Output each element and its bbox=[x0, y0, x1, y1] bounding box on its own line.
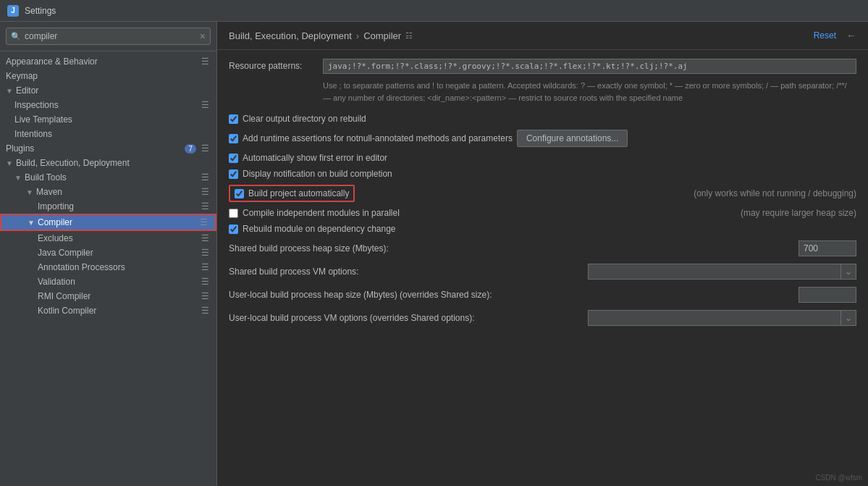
user-heap-label: User-local build process heap size (Mbyt… bbox=[229, 290, 793, 300]
compile-modules-checkbox[interactable] bbox=[229, 209, 238, 218]
breadcrumb-current: Compiler bbox=[363, 30, 401, 41]
sidebar-item-appearance[interactable]: Appearance & Behavior ☰ bbox=[0, 54, 216, 69]
sidebar-item-importing[interactable]: Importing ☰ bbox=[0, 199, 216, 214]
content-header: Build, Execution, Deployment › Compiler … bbox=[217, 22, 868, 50]
user-vm-clear-button[interactable]: ⌄ bbox=[841, 310, 856, 326]
shared-heap-input[interactable] bbox=[799, 240, 856, 256]
search-wrapper: 🔍 × bbox=[6, 28, 211, 45]
sidebar-item-live-templates[interactable]: Live Templates bbox=[0, 112, 216, 127]
sidebar-item-build-execution[interactable]: ▼ Build, Execution, Deployment bbox=[0, 156, 216, 170]
resource-patterns-input[interactable] bbox=[323, 59, 856, 74]
search-box: 🔍 × bbox=[0, 22, 216, 51]
rebuild-module-label: Rebuild module on dependency change bbox=[243, 224, 396, 234]
compiler-arrow: ▼ bbox=[28, 219, 35, 227]
sidebar-item-java-compiler[interactable]: Java Compiler ☰ bbox=[0, 246, 216, 260]
sidebar-item-plugins[interactable]: Plugins 7 ☰ bbox=[0, 141, 216, 156]
plugins-badge: 7 bbox=[185, 144, 196, 154]
sidebar-item-annotation-processors[interactable]: Annotation Processors ☰ bbox=[0, 260, 216, 275]
sidebar-tree: Appearance & Behavior ☰ Keymap ▼ Editor … bbox=[0, 51, 216, 486]
content-area: Build, Execution, Deployment › Compiler … bbox=[217, 22, 868, 486]
expand-icon-maven: ☰ bbox=[199, 187, 211, 197]
checkbox-display-notification: Display notification on build completion bbox=[229, 166, 856, 182]
checkbox-show-error: Automatically show first error in editor bbox=[229, 150, 856, 166]
build-exec-arrow: ▼ bbox=[6, 159, 13, 167]
breadcrumb-parent: Build, Execution, Deployment bbox=[229, 30, 352, 41]
expand-icon-validation: ☰ bbox=[199, 277, 211, 287]
title-bar-text: Settings bbox=[25, 6, 56, 16]
user-heap-row: User-local build process heap size (Mbyt… bbox=[229, 283, 856, 306]
build-automatically-checkbox[interactable] bbox=[235, 189, 244, 198]
build-automatically-label: Build project automatically bbox=[248, 188, 349, 198]
content-body: Resource patterns: Use ; to separate pat… bbox=[217, 50, 868, 486]
show-first-error-checkbox[interactable] bbox=[229, 154, 238, 163]
sidebar-item-keymap[interactable]: Keymap bbox=[0, 69, 216, 83]
expand-icon-rmi: ☰ bbox=[199, 291, 211, 301]
expand-icon-java-compiler: ☰ bbox=[199, 248, 211, 258]
sidebar-item-build-tools[interactable]: ▼ Build Tools ☰ bbox=[0, 170, 216, 185]
breadcrumb-icon: ☷ bbox=[405, 31, 413, 41]
shared-vm-row: Shared build process VM options: ⌄ bbox=[229, 260, 856, 283]
expand-icon-annotation: ☰ bbox=[199, 262, 211, 272]
sidebar: 🔍 × Appearance & Behavior ☰ Keymap ▼ Edi… bbox=[0, 22, 217, 486]
display-notification-checkbox[interactable] bbox=[229, 169, 238, 179]
expand-icon-plugins: ☰ bbox=[199, 143, 211, 154]
show-first-error-label: Automatically show first error in editor bbox=[243, 153, 387, 163]
resource-patterns-label: Resource patterns: bbox=[229, 59, 323, 71]
expand-icon-kotlin: ☰ bbox=[199, 306, 211, 316]
sidebar-item-inspections[interactable]: Inspections ☰ bbox=[0, 98, 216, 112]
sidebar-item-kotlin-compiler[interactable]: Kotlin Compiler ☰ bbox=[0, 303, 216, 318]
expand-icon-appearance: ☰ bbox=[199, 56, 211, 67]
resource-hint: Use ; to separate patterns and ! to nega… bbox=[323, 80, 856, 104]
editor-arrow: ▼ bbox=[6, 87, 13, 95]
breadcrumb-separator: › bbox=[356, 30, 359, 41]
maven-arrow: ▼ bbox=[26, 188, 33, 196]
build-tools-arrow: ▼ bbox=[14, 174, 22, 182]
expand-icon-excludes: ☰ bbox=[199, 233, 211, 243]
build-automatically-note: (only works while not running / debuggin… bbox=[694, 188, 856, 198]
sidebar-item-compiler[interactable]: ▼ Compiler ☰ bbox=[0, 214, 216, 231]
rebuild-module-checkbox[interactable] bbox=[229, 225, 238, 234]
compile-modules-note: (may require larger heap size) bbox=[741, 208, 856, 218]
configure-annotations-button[interactable]: Configure annotations... bbox=[517, 130, 628, 147]
checkbox-clear-output: Clear output directory on rebuild bbox=[229, 111, 856, 127]
user-vm-input[interactable] bbox=[588, 310, 841, 326]
build-automatically-highlight: Build project automatically bbox=[229, 185, 355, 202]
breadcrumb: Build, Execution, Deployment › Compiler … bbox=[229, 30, 809, 41]
clear-output-label: Clear output directory on rebuild bbox=[243, 114, 366, 124]
user-heap-input[interactable] bbox=[799, 287, 856, 303]
compile-modules-row: Compile independent modules in parallel … bbox=[229, 205, 856, 221]
reset-button[interactable]: Reset bbox=[809, 29, 840, 42]
compile-modules-label: Compile independent modules in parallel bbox=[243, 208, 400, 218]
sidebar-item-editor[interactable]: ▼ Editor bbox=[0, 83, 216, 98]
expand-icon-inspections: ☰ bbox=[199, 100, 211, 110]
shared-vm-input[interactable] bbox=[588, 264, 841, 280]
header-actions: Reset ← bbox=[809, 29, 856, 42]
search-icon: 🔍 bbox=[11, 32, 21, 41]
build-automatically-row: Build project automatically (only works … bbox=[229, 182, 856, 205]
user-vm-input-wrapper: ⌄ bbox=[588, 310, 856, 326]
shared-heap-row: Shared build process heap size (Mbytes): bbox=[229, 237, 856, 260]
watermark: CSDN @wfsm bbox=[815, 474, 862, 482]
checkbox-add-runtime: Add runtime assertions for notnull-annot… bbox=[229, 127, 856, 150]
clear-output-checkbox[interactable] bbox=[229, 114, 238, 124]
shared-heap-label: Shared build process heap size (Mbytes): bbox=[229, 243, 793, 254]
sidebar-item-intentions[interactable]: Intentions bbox=[0, 127, 216, 141]
resource-patterns-row: Resource patterns: bbox=[229, 59, 856, 74]
search-clear-button[interactable]: × bbox=[200, 30, 206, 42]
sidebar-item-rmi-compiler[interactable]: RMI Compiler ☰ bbox=[0, 289, 216, 303]
shared-vm-input-wrapper: ⌄ bbox=[588, 264, 856, 280]
back-button[interactable]: ← bbox=[846, 30, 856, 41]
sidebar-item-excludes[interactable]: Excludes ☰ bbox=[0, 231, 216, 246]
sidebar-item-maven[interactable]: ▼ Maven ☰ bbox=[0, 185, 216, 199]
display-notification-label: Display notification on build completion bbox=[243, 169, 392, 179]
rebuild-module-row: Rebuild module on dependency change bbox=[229, 221, 856, 237]
expand-icon-compiler: ☰ bbox=[198, 217, 209, 227]
expand-icon-build-tools: ☰ bbox=[199, 172, 211, 183]
app-icon: J bbox=[7, 5, 19, 17]
search-input[interactable] bbox=[25, 31, 200, 41]
main-container: 🔍 × Appearance & Behavior ☰ Keymap ▼ Edi… bbox=[0, 22, 868, 486]
expand-icon-importing: ☰ bbox=[199, 201, 211, 211]
shared-vm-clear-button[interactable]: ⌄ bbox=[841, 264, 856, 280]
sidebar-item-validation[interactable]: Validation ☰ bbox=[0, 275, 216, 289]
add-runtime-checkbox[interactable] bbox=[229, 134, 238, 143]
